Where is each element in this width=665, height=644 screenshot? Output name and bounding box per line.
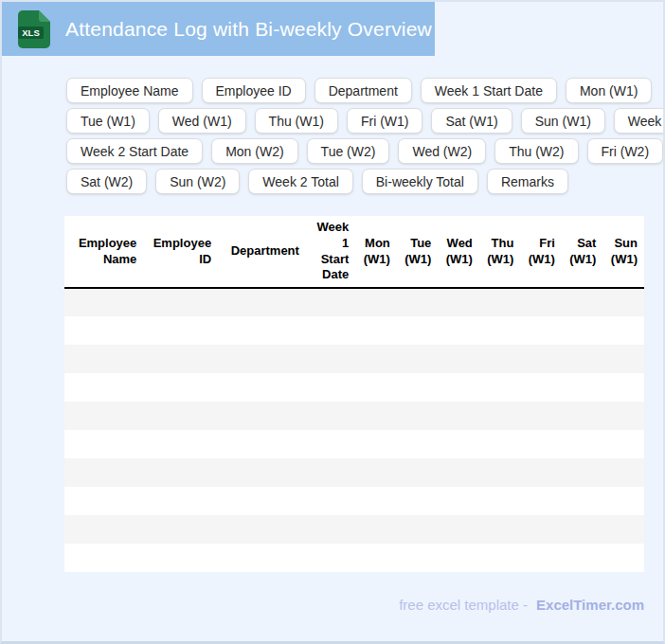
column-chip[interactable]: Tue (W1): [66, 108, 150, 134]
xls-file-icon: XLS: [18, 10, 50, 48]
table-header-row: Employee NameEmployee IDDepartmentWeek 1…: [64, 216, 644, 288]
attendance-table-container: Employee NameEmployee IDDepartmentWeek 1…: [64, 216, 644, 572]
column-header: Department: [218, 216, 306, 288]
table-row: [64, 373, 644, 402]
column-chip[interactable]: Fri (W2): [587, 138, 664, 164]
table-row: [64, 430, 644, 458]
attendance-table: Employee NameEmployee IDDepartmentWeek 1…: [64, 216, 644, 572]
column-chip[interactable]: Week 1 Start Date: [421, 78, 557, 103]
table-row: [64, 544, 644, 572]
page: XLS Attendance Log with Bi-weekly Overvi…: [0, 0, 665, 644]
table-row: [64, 402, 644, 430]
column-header: Sun (W1): [602, 216, 644, 288]
chip-row: Week 2 Start DateMon (W2)Tue (W2)Wed (W2…: [66, 138, 656, 164]
column-chip[interactable]: Department: [315, 78, 412, 103]
table-row: [64, 458, 644, 487]
footer: free excel template -ExcelTimer.com: [64, 597, 644, 613]
column-chip[interactable]: Sat (W2): [66, 169, 147, 194]
column-chip[interactable]: Employee Name: [66, 78, 193, 103]
column-chip[interactable]: Remarks: [487, 169, 568, 194]
title-banner: XLS Attendance Log with Bi-weekly Overvi…: [2, 2, 435, 56]
column-header: Sat (W1): [562, 216, 603, 288]
footer-text: free excel template -: [399, 597, 528, 613]
column-chips: Employee NameEmployee IDDepartmentWeek 1…: [66, 78, 656, 194]
page-title: Attendance Log with Bi-weekly Overview: [65, 18, 432, 41]
table-row: [64, 487, 644, 515]
column-chip[interactable]: Thu (W2): [494, 138, 578, 164]
column-chip[interactable]: Mon (W2): [211, 138, 297, 164]
chip-row: Employee NameEmployee IDDepartmentWeek 1…: [66, 78, 656, 103]
column-header: Mon (W1): [355, 216, 397, 288]
chip-row: Tue (W1)Wed (W1)Thu (W1)Fri (W1)Sat (W1)…: [66, 108, 656, 134]
column-chip[interactable]: Week 2 Total: [248, 169, 352, 194]
column-header: Fri (W1): [520, 216, 562, 288]
svg-text:XLS: XLS: [22, 27, 39, 38]
column-chip[interactable]: Mon (W1): [566, 78, 652, 103]
column-chip[interactable]: Employee ID: [202, 78, 306, 103]
column-chip[interactable]: Fri (W1): [347, 108, 423, 134]
column-header: Wed (W1): [438, 216, 479, 288]
brand-link[interactable]: ExcelTimer.com: [536, 597, 644, 613]
column-chip[interactable]: Thu (W1): [255, 108, 338, 134]
column-header: Employee ID: [143, 216, 218, 288]
column-chip[interactable]: Wed (W1): [158, 108, 246, 134]
column-chip[interactable]: Sun (W2): [155, 169, 240, 194]
table-body: [64, 288, 644, 572]
column-chip[interactable]: Sun (W1): [521, 108, 605, 134]
table-row: [64, 515, 644, 544]
chip-row: Sat (W2)Sun (W2)Week 2 TotalBi-weekly To…: [66, 169, 656, 194]
column-header: Thu (W1): [479, 216, 521, 288]
column-header: Employee Name: [64, 216, 143, 288]
table-row: [64, 316, 644, 345]
column-chip[interactable]: Week 1 Total: [614, 108, 665, 134]
column-chip[interactable]: Tue (W2): [307, 138, 390, 164]
column-chip[interactable]: Wed (W2): [398, 138, 486, 164]
column-chip[interactable]: Bi-weekly Total: [362, 169, 478, 194]
table-row: [64, 288, 644, 316]
column-chip[interactable]: Week 2 Start Date: [66, 138, 203, 164]
table-row: [64, 345, 644, 373]
column-chip[interactable]: Sat (W1): [431, 108, 512, 134]
column-header: Week 1 Start Date: [306, 216, 355, 288]
column-header: Tue (W1): [397, 216, 439, 288]
